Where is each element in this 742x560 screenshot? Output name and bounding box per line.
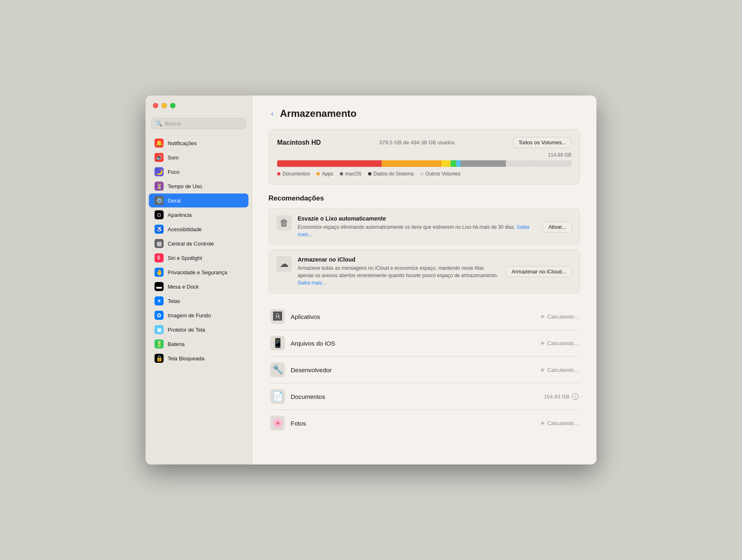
legend-other-volumes: Outros Volumes bbox=[420, 171, 460, 177]
sidebar-icon-tempo-de-uso: ⏳ bbox=[155, 182, 164, 191]
rec-icon-icloud-storage: ☁ bbox=[276, 256, 292, 272]
sidebar-item-mesa-e-dock[interactable]: ▬Mesa e Dock bbox=[149, 280, 248, 294]
sidebar-icon-tela-bloqueada: 🔒 bbox=[155, 354, 164, 363]
sidebar-item-notificacoes[interactable]: 🔔Notificações bbox=[149, 136, 248, 150]
sidebar-icon-protetor-de-tela: ▣ bbox=[155, 325, 164, 334]
sidebar-label-notificacoes: Notificações bbox=[168, 140, 197, 146]
recommendation-empty-trash: 🗑Esvazie o Lixo automaticamenteEconomize… bbox=[269, 208, 580, 245]
search-placeholder: Buscar bbox=[165, 121, 181, 127]
legend-dot-apps bbox=[316, 172, 320, 175]
bar-documents bbox=[277, 160, 382, 167]
storage-header: Macintosh HD 379.5 GB de 494.38 GB usado… bbox=[269, 129, 580, 184]
sidebar-item-protetor-de-tela[interactable]: ▣Protetor de Tela bbox=[149, 323, 248, 337]
sidebar-icon-bateria: 🔋 bbox=[155, 339, 164, 348]
storage-bar bbox=[277, 160, 571, 167]
sidebar-icon-aparencia: ⊙ bbox=[155, 210, 164, 219]
sidebar-label-mesa-e-dock: Mesa e Dock bbox=[168, 284, 199, 290]
sidebar-item-privacidade-e-seguranca[interactable]: 🤚Privacidade e Segurança bbox=[149, 265, 248, 279]
legend-dot-system bbox=[368, 172, 371, 175]
sidebar-item-foco[interactable]: 🌙Foco bbox=[149, 165, 248, 179]
sidebar-item-tela-bloqueada[interactable]: 🔒Tela Bloqueada bbox=[149, 351, 248, 365]
sidebar-label-privacidade-e-seguranca: Privacidade e Segurança bbox=[168, 269, 227, 275]
sidebar-item-acessibilidade[interactable]: ♿Acessibilidade bbox=[149, 222, 248, 236]
sidebar-item-telas[interactable]: ☀Telas bbox=[149, 294, 248, 308]
bar-macos-1 bbox=[442, 160, 451, 167]
sidebar-icon-notificacoes: 🔔 bbox=[155, 139, 164, 148]
sidebar-icon-privacidade-e-seguranca: 🤚 bbox=[155, 268, 164, 277]
recommendations-title: Recomendações bbox=[269, 194, 580, 203]
legend-macos: macOS bbox=[340, 171, 362, 177]
legend-label-apps: Apps bbox=[322, 171, 333, 177]
sidebar-item-som[interactable]: 🔊Som bbox=[149, 150, 248, 164]
back-button[interactable]: ‹ bbox=[269, 109, 276, 119]
rec-link-icloud-storage[interactable]: Saiba mais... bbox=[298, 280, 326, 286]
search-icon: 🔍 bbox=[156, 121, 162, 127]
sidebar-item-central-de-controle[interactable]: ▦Central de Controle bbox=[149, 237, 248, 250]
sidebar-label-central-de-controle: Central de Controle bbox=[168, 241, 214, 247]
storage-item-size-aplicativos: ✳ Calculando... bbox=[540, 314, 578, 320]
calculating-spinner: ✳ bbox=[540, 420, 545, 426]
storage-item-icon-desenvolvedor: 🔧 bbox=[270, 362, 285, 377]
drive-name: Macintosh HD bbox=[277, 139, 321, 146]
storage-free-label: 114.88 GB bbox=[277, 152, 571, 158]
legend-dot-macos bbox=[340, 172, 343, 175]
storage-item-arquivos-ios[interactable]: 📱Arquivos do iOS✳ Calculando... bbox=[269, 330, 580, 357]
sidebar-label-acessibilidade: Acessibilidade bbox=[168, 226, 202, 232]
rec-content-icloud-storage: Armazenar no iCloudArmazene todas as men… bbox=[298, 256, 500, 287]
legend-system: Dados do Sistema bbox=[368, 171, 414, 177]
sidebar-icon-mesa-e-dock: ▬ bbox=[155, 282, 164, 291]
sidebar-icon-telas: ☀ bbox=[155, 296, 164, 305]
rec-icon-empty-trash: 🗑 bbox=[276, 215, 292, 231]
sidebar-icon-som: 🔊 bbox=[155, 153, 164, 162]
storage-item-fotos[interactable]: 🌸Fotos✳ Calculando... bbox=[269, 410, 580, 436]
sidebar-item-tempo-de-uso[interactable]: ⏳Tempo de Uso bbox=[149, 179, 248, 193]
storage-item-name-fotos: Fotos bbox=[291, 420, 535, 427]
sidebar-label-geral: Geral bbox=[168, 198, 181, 204]
sidebar-label-tempo-de-uso: Tempo de Uso bbox=[168, 183, 202, 189]
sidebar-item-bateria[interactable]: 🔋Bateria bbox=[149, 337, 248, 351]
all-volumes-button[interactable]: Todos os Volumes... bbox=[513, 137, 571, 148]
storage-item-desenvolvedor[interactable]: 🔧Desenvolvedor✳ Calculando... bbox=[269, 357, 580, 383]
storage-item-icon-aplicativos: 🅰 bbox=[270, 309, 285, 324]
legend-label-macos: macOS bbox=[345, 171, 362, 177]
rec-link-empty-trash[interactable]: Saiba mais... bbox=[298, 224, 529, 237]
sidebar-item-geral[interactable]: ⚙️Geral bbox=[149, 193, 248, 207]
bar-macos-2 bbox=[451, 160, 457, 167]
main-content: ‹ Armazenamento Macintosh HD 379.5 GB de… bbox=[252, 96, 596, 464]
storage-legend: Documentos Apps macOS Dados do Sistema O… bbox=[277, 171, 571, 177]
sidebar-items: 🔔Notificações🔊Som🌙Foco⏳Tempo de Uso⚙️Ger… bbox=[146, 136, 252, 366]
storage-item-documentos[interactable]: 📄Documentos154.83 GBi bbox=[269, 383, 580, 410]
rec-button-empty-trash[interactable]: Ativar... bbox=[542, 221, 572, 232]
search-bar[interactable]: 🔍 Buscar bbox=[151, 118, 246, 129]
storage-item-aplicativos[interactable]: 🅰Aplicativos✳ Calculando... bbox=[269, 303, 580, 330]
sidebar-icon-geral: ⚙️ bbox=[155, 196, 164, 205]
recommendations-container: 🗑Esvazie o Lixo automaticamenteEconomize… bbox=[269, 208, 580, 298]
sidebar-label-foco: Foco bbox=[168, 169, 180, 175]
maximize-button[interactable] bbox=[170, 103, 175, 108]
legend-label-other: Outros Volumes bbox=[426, 171, 460, 177]
rec-button-icloud-storage[interactable]: Armazenar no iCloud... bbox=[505, 266, 572, 277]
main-window: 🔍 Buscar 🔔Notificações🔊Som🌙Foco⏳Tempo de… bbox=[146, 96, 596, 464]
legend-dot-documents bbox=[277, 172, 280, 175]
sidebar-item-imagem-de-fundo[interactable]: ✿Imagem de Fundo bbox=[149, 308, 248, 322]
minimize-button[interactable] bbox=[162, 103, 167, 108]
calculating-spinner: ✳ bbox=[540, 340, 545, 346]
rec-title-icloud-storage: Armazenar no iCloud bbox=[298, 256, 500, 263]
sidebar-label-protetor-de-tela: Protetor de Tela bbox=[168, 327, 205, 333]
legend-documents: Documentos bbox=[277, 171, 310, 177]
sidebar-label-imagem-de-fundo: Imagem de Fundo bbox=[168, 312, 211, 319]
storage-items-container: 🅰Aplicativos✳ Calculando...📱Arquivos do … bbox=[269, 303, 580, 436]
storage-item-name-aplicativos: Aplicativos bbox=[291, 313, 535, 320]
rec-title-empty-trash: Esvazie o Lixo automaticamente bbox=[298, 215, 537, 222]
close-button[interactable] bbox=[153, 103, 158, 108]
legend-apps: Apps bbox=[316, 171, 333, 177]
sidebar: 🔍 Buscar 🔔Notificações🔊Som🌙Foco⏳Tempo de… bbox=[146, 96, 252, 464]
sidebar-item-siri-e-spotlight[interactable]: 🎙Siri e Spotlight bbox=[149, 251, 248, 265]
page-title: Armazenamento bbox=[280, 108, 357, 119]
info-icon-documentos[interactable]: i bbox=[572, 393, 578, 400]
legend-dot-other bbox=[420, 172, 423, 175]
sidebar-label-aparencia: Aparência bbox=[168, 212, 192, 218]
recommendation-icloud-storage: ☁Armazenar no iCloudArmazene todas as me… bbox=[269, 249, 580, 294]
storage-item-name-desenvolvedor: Desenvolvedor bbox=[291, 367, 535, 373]
sidebar-item-aparencia[interactable]: ⊙Aparência bbox=[149, 208, 248, 222]
